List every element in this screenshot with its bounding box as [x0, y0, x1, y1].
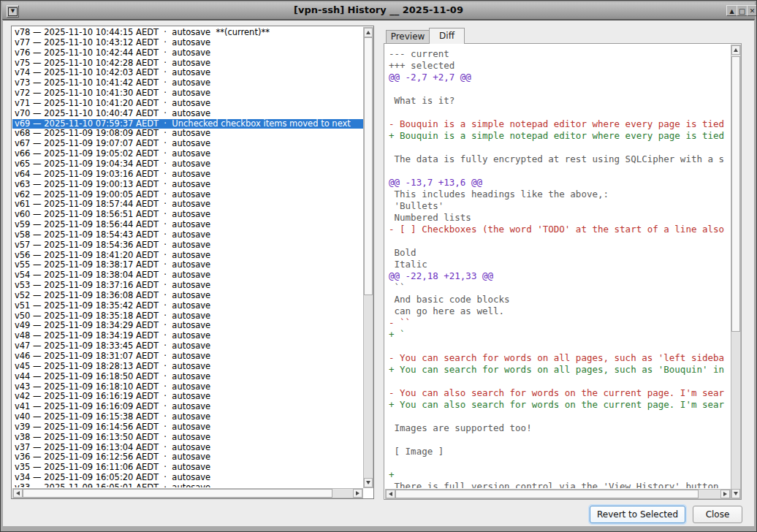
tab-diff[interactable]: Diff: [429, 28, 465, 44]
diff-hscroll-thumb[interactable]: [395, 490, 699, 498]
history-row[interactable]: v65 — 2025-11-09 19:04:34 AEDT · autosav…: [15, 159, 363, 170]
history-row[interactable]: v42 — 2025-11-09 16:16:19 AEDT · autosav…: [15, 392, 363, 402]
scroll-left-button[interactable]: [386, 490, 395, 498]
history-row[interactable]: v76 — 2025-11-10 10:42:44 AEDT · autosav…: [15, 48, 363, 58]
diff-line: [389, 235, 730, 247]
history-row[interactable]: v66 — 2025-11-09 19:05:02 AEDT · autosav…: [15, 149, 363, 159]
list-vertical-scrollbar[interactable]: [363, 27, 373, 488]
history-row[interactable]: v55 — 2025-11-09 18:38:17 AEDT · autosav…: [15, 260, 363, 270]
close-button[interactable]: Close: [693, 506, 742, 523]
history-row[interactable]: v49 — 2025-11-09 18:34:29 AEDT · autosav…: [15, 321, 363, 331]
history-row[interactable]: v57 — 2025-11-09 18:54:36 AEDT · autosav…: [15, 240, 363, 251]
revert-to-selected-button[interactable]: Revert to Selected: [590, 506, 685, 523]
diff-line: Italic: [389, 259, 730, 270]
history-row[interactable]: v35 — 2025-11-09 16:11:06 AEDT · autosav…: [15, 463, 363, 473]
diff-text-area[interactable]: --- current+++ selected@@ -2,7 +2,7 @@ W…: [387, 45, 730, 488]
history-row[interactable]: v74 — 2025-11-10 10:42:03 AEDT · autosav…: [15, 68, 363, 78]
arrow-left-icon: [16, 491, 20, 495]
history-row[interactable]: v58 — 2025-11-09 18:54:43 AEDT · autosav…: [15, 230, 363, 240]
history-row[interactable]: v46 — 2025-11-09 18:31:07 AEDT · autosav…: [15, 352, 363, 362]
titlebar[interactable]: ▼ [vpn-ssh] History __ 2025-11-09 ▲ □ ✕: [2, 2, 755, 20]
scroll-down-button[interactable]: [364, 478, 373, 487]
history-row[interactable]: v70 — 2025-11-10 10:40:47 AEDT · autosav…: [15, 109, 363, 119]
diff-line: Numbered lists: [389, 212, 730, 224]
history-row[interactable]: v61 — 2025-11-09 18:57:44 AEDT · autosav…: [15, 200, 363, 210]
window-close-button[interactable]: ✕: [747, 5, 757, 16]
history-row[interactable]: v36 — 2025-11-09 16:12:56 AEDT · autosav…: [15, 452, 363, 463]
history-row[interactable]: v53 — 2025-11-09 18:37:16 AEDT · autosav…: [15, 281, 363, 291]
history-row[interactable]: v78 — 2025-11-10 10:44:15 AEDT · autosav…: [15, 28, 363, 38]
history-row[interactable]: v77 — 2025-11-10 10:43:12 AEDT · autosav…: [15, 38, 363, 48]
diff-line: [389, 341, 730, 352]
scroll-up-button[interactable]: [364, 28, 373, 37]
diff-line: There is full version control via the 'V…: [389, 481, 730, 488]
diff-line: [389, 457, 730, 469]
diff-line: What is it?: [389, 95, 730, 107]
diff-line: ``: [389, 282, 730, 294]
history-row[interactable]: v50 — 2025-11-09 18:35:18 AEDT · autosav…: [15, 311, 363, 322]
history-row[interactable]: v63 — 2025-11-09 19:00:13 AEDT · autosav…: [15, 180, 363, 190]
iconify-button[interactable]: ▲: [726, 5, 737, 16]
history-row[interactable]: v56 — 2025-11-09 18:41:20 AEDT · autosav…: [15, 251, 363, 261]
history-row[interactable]: v48 — 2025-11-09 18:34:19 AEDT · autosav…: [15, 331, 363, 341]
diff-line: [389, 411, 730, 422]
diff-line: [389, 83, 730, 95]
diff-line: The data is fully encrypted at rest usin…: [389, 153, 730, 165]
arrow-right-icon: [356, 491, 360, 495]
diff-line: --- current: [389, 48, 730, 60]
history-row[interactable]: v54 — 2025-11-09 18:38:04 AEDT · autosav…: [15, 270, 363, 281]
history-row[interactable]: v38 — 2025-11-09 16:13:50 AEDT · autosav…: [15, 433, 363, 443]
list-hscroll-thumb[interactable]: [23, 489, 332, 498]
tab-preview[interactable]: Preview: [386, 30, 430, 44]
diff-horizontal-scrollbar[interactable]: [385, 489, 731, 499]
history-row[interactable]: v73 — 2025-11-10 10:41:42 AEDT · autosav…: [15, 78, 363, 88]
history-row[interactable]: v40 — 2025-11-09 16:15:38 AEDT · autosav…: [15, 412, 363, 422]
diff-line: @@ -22,18 +21,33 @@: [389, 270, 730, 282]
history-row[interactable]: v34 — 2025-11-09 16:05:20 AEDT · autosav…: [15, 473, 363, 483]
diff-line: - You can also search for words on the c…: [389, 387, 730, 399]
diff-vscroll-thumb[interactable]: [731, 56, 740, 332]
arrow-up-icon: [366, 31, 370, 34]
history-row[interactable]: v72 — 2025-11-10 10:41:30 AEDT · autosav…: [15, 88, 363, 99]
list-horizontal-scrollbar[interactable]: [12, 488, 363, 498]
diff-line: Images are supported too!: [389, 422, 730, 434]
history-row[interactable]: v67 — 2025-11-09 19:07:07 AEDT · autosav…: [15, 139, 363, 149]
history-row[interactable]: v71 — 2025-11-10 10:41:20 AEDT · autosav…: [15, 99, 363, 109]
scroll-up-button[interactable]: [731, 45, 740, 55]
diff-line: This includes headings like the above,:: [389, 189, 730, 200]
history-row[interactable]: v68 — 2025-11-09 19:08:09 AEDT · autosav…: [15, 129, 363, 139]
history-row[interactable]: v60 — 2025-11-09 18:56:51 AEDT · autosav…: [15, 210, 363, 220]
history-row[interactable]: v41 — 2025-11-09 16:16:09 AEDT · autosav…: [15, 402, 363, 412]
diff-line: +++ selected: [389, 60, 730, 72]
history-list[interactable]: v78 — 2025-11-10 10:44:15 AEDT · autosav…: [11, 26, 374, 499]
history-row[interactable]: v43 — 2025-11-09 16:18:10 AEDT · autosav…: [15, 382, 363, 392]
history-row[interactable]: v47 — 2025-11-09 18:33:45 AEDT · autosav…: [15, 341, 363, 352]
diff-panel: --- current+++ selected@@ -2,7 +2,7 @@ W…: [384, 43, 742, 500]
history-row-partial[interactable]: v33 — 2025-11-09 16:05:01 AEDT · autosav…: [15, 483, 363, 487]
history-row[interactable]: v44 — 2025-11-09 16:18:50 AEDT · autosav…: [15, 372, 363, 382]
arrow-up-icon: [734, 48, 738, 52]
diff-line: And basic code blocks: [389, 294, 730, 305]
history-row[interactable]: v59 — 2025-11-09 18:56:44 AEDT · autosav…: [15, 220, 363, 230]
scroll-right-button[interactable]: [720, 490, 730, 498]
scroll-left-button[interactable]: [13, 489, 23, 498]
diff-line: Bold: [389, 247, 730, 259]
maximize-button[interactable]: □: [737, 5, 748, 16]
history-row[interactable]: v52 — 2025-11-09 18:36:08 AEDT · autosav…: [15, 291, 363, 301]
scroll-down-button[interactable]: [731, 489, 740, 498]
history-row-selected[interactable]: v69 — 2025-11-10 07:59:37 AEDT · Uncheck…: [12, 119, 363, 129]
diff-line: [389, 376, 730, 387]
history-row[interactable]: v45 — 2025-11-09 18:28:13 AEDT · autosav…: [15, 362, 363, 372]
diff-line: + `: [389, 329, 730, 341]
history-row[interactable]: v37 — 2025-11-09 16:13:04 AEDT · autosav…: [15, 443, 363, 453]
history-row[interactable]: v62 — 2025-11-09 19:00:05 AEDT · autosav…: [15, 190, 363, 200]
list-vscroll-thumb[interactable]: [364, 37, 373, 295]
arrow-left-icon: [389, 492, 392, 496]
history-row[interactable]: v39 — 2025-11-09 16:14:56 AEDT · autosav…: [15, 422, 363, 433]
diff-line: + You can also search for words on the c…: [389, 399, 730, 411]
history-row[interactable]: v51 — 2025-11-09 18:35:42 AEDT · autosav…: [15, 301, 363, 311]
history-row[interactable]: v75 — 2025-11-10 10:42:28 AEDT · autosav…: [15, 58, 363, 69]
diff-vertical-scrollbar[interactable]: [731, 45, 741, 499]
history-row[interactable]: v64 — 2025-11-09 19:03:16 AEDT · autosav…: [15, 170, 363, 180]
scroll-right-button[interactable]: [353, 489, 362, 498]
